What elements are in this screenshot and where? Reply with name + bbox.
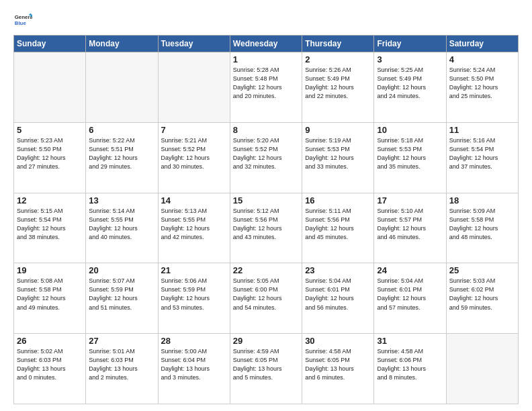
weekday-header-saturday: Saturday	[446, 36, 518, 52]
calendar-week-2: 5Sunrise: 5:23 AMSunset: 5:50 PMDaylight…	[14, 122, 519, 193]
day-info: Sunrise: 5:22 AMSunset: 5:51 PMDaylight:…	[89, 136, 154, 171]
day-info: Sunrise: 5:01 AMSunset: 6:03 PMDaylight:…	[89, 347, 154, 382]
calendar-cell: 30Sunrise: 4:58 AMSunset: 6:05 PMDayligh…	[302, 334, 374, 404]
day-number: 6	[89, 125, 154, 135]
day-info: Sunrise: 5:05 AMSunset: 6:00 PMDaylight:…	[233, 277, 299, 312]
weekday-header-friday: Friday	[374, 36, 446, 52]
calendar-cell: 17Sunrise: 5:10 AMSunset: 5:57 PMDayligh…	[374, 193, 446, 263]
calendar-cell: 6Sunrise: 5:22 AMSunset: 5:51 PMDaylight…	[86, 122, 158, 193]
calendar-cell: 13Sunrise: 5:14 AMSunset: 5:55 PMDayligh…	[86, 193, 158, 263]
calendar-cell: 2Sunrise: 5:26 AMSunset: 5:49 PMDaylight…	[302, 52, 374, 123]
calendar-cell	[446, 334, 518, 404]
calendar-cell: 10Sunrise: 5:18 AMSunset: 5:53 PMDayligh…	[374, 122, 446, 193]
calendar-table: SundayMondayTuesdayWednesdayThursdayFrid…	[13, 35, 519, 404]
day-info: Sunrise: 5:07 AMSunset: 5:59 PMDaylight:…	[89, 277, 154, 312]
calendar-cell: 7Sunrise: 5:21 AMSunset: 5:52 PMDaylight…	[158, 122, 230, 193]
day-number: 29	[233, 336, 299, 346]
day-number: 10	[377, 125, 443, 135]
day-info: Sunrise: 5:25 AMSunset: 5:49 PMDaylight:…	[377, 66, 443, 101]
calendar-cell: 19Sunrise: 5:08 AMSunset: 5:58 PMDayligh…	[14, 263, 86, 334]
calendar-cell: 21Sunrise: 5:06 AMSunset: 5:59 PMDayligh…	[158, 263, 230, 334]
calendar-cell	[158, 52, 230, 123]
day-number: 27	[89, 336, 154, 346]
logo: General Blue	[13, 11, 35, 30]
calendar-cell: 31Sunrise: 4:58 AMSunset: 6:06 PMDayligh…	[374, 334, 446, 404]
day-info: Sunrise: 4:58 AMSunset: 6:05 PMDaylight:…	[305, 347, 371, 382]
day-info: Sunrise: 5:04 AMSunset: 6:01 PMDaylight:…	[377, 277, 443, 312]
weekday-header-thursday: Thursday	[302, 36, 374, 52]
calendar-cell: 8Sunrise: 5:20 AMSunset: 5:52 PMDaylight…	[230, 122, 302, 193]
calendar-cell	[86, 52, 158, 123]
day-info: Sunrise: 5:10 AMSunset: 5:57 PMDaylight:…	[377, 207, 443, 242]
day-info: Sunrise: 5:16 AMSunset: 5:54 PMDaylight:…	[449, 136, 515, 171]
calendar-cell: 9Sunrise: 5:19 AMSunset: 5:53 PMDaylight…	[302, 122, 374, 193]
day-info: Sunrise: 5:04 AMSunset: 6:01 PMDaylight:…	[305, 277, 371, 312]
calendar-cell: 29Sunrise: 4:59 AMSunset: 6:05 PMDayligh…	[230, 334, 302, 404]
day-number: 24	[377, 265, 443, 275]
calendar-cell: 25Sunrise: 5:03 AMSunset: 6:02 PMDayligh…	[446, 263, 518, 334]
calendar-week-1: 1Sunrise: 5:28 AMSunset: 5:48 PMDaylight…	[14, 52, 519, 123]
day-number: 22	[233, 265, 299, 275]
day-number: 3	[377, 54, 443, 64]
day-info: Sunrise: 5:23 AMSunset: 5:50 PMDaylight:…	[17, 136, 83, 171]
calendar-cell: 20Sunrise: 5:07 AMSunset: 5:59 PMDayligh…	[86, 263, 158, 334]
weekday-header-monday: Monday	[86, 36, 158, 52]
day-number: 31	[377, 336, 443, 346]
calendar-cell: 4Sunrise: 5:24 AMSunset: 5:50 PMDaylight…	[446, 52, 518, 123]
day-info: Sunrise: 4:59 AMSunset: 6:05 PMDaylight:…	[233, 347, 299, 382]
day-number: 18	[449, 195, 515, 205]
day-number: 1	[233, 54, 299, 64]
day-number: 14	[161, 195, 227, 205]
calendar-cell: 23Sunrise: 5:04 AMSunset: 6:01 PMDayligh…	[302, 263, 374, 334]
day-info: Sunrise: 5:28 AMSunset: 5:48 PMDaylight:…	[233, 66, 299, 101]
calendar-cell: 11Sunrise: 5:16 AMSunset: 5:54 PMDayligh…	[446, 122, 518, 193]
day-info: Sunrise: 5:15 AMSunset: 5:54 PMDaylight:…	[17, 207, 83, 242]
day-number: 9	[305, 125, 371, 135]
calendar-cell: 1Sunrise: 5:28 AMSunset: 5:48 PMDaylight…	[230, 52, 302, 123]
day-number: 11	[449, 125, 515, 135]
weekday-header-row: SundayMondayTuesdayWednesdayThursdayFrid…	[14, 36, 519, 52]
page: General Blue SundayMondayTuesdayWednesda…	[0, 0, 532, 411]
day-info: Sunrise: 5:19 AMSunset: 5:53 PMDaylight:…	[305, 136, 371, 171]
calendar-cell: 5Sunrise: 5:23 AMSunset: 5:50 PMDaylight…	[14, 122, 86, 193]
day-number: 28	[161, 336, 227, 346]
day-number: 7	[161, 125, 227, 135]
day-info: Sunrise: 5:06 AMSunset: 5:59 PMDaylight:…	[161, 277, 227, 312]
calendar-week-5: 26Sunrise: 5:02 AMSunset: 6:03 PMDayligh…	[14, 334, 519, 404]
day-number: 21	[161, 265, 227, 275]
day-number: 25	[449, 265, 515, 275]
day-info: Sunrise: 5:20 AMSunset: 5:52 PMDaylight:…	[233, 136, 299, 171]
day-number: 19	[17, 265, 83, 275]
day-info: Sunrise: 4:58 AMSunset: 6:06 PMDaylight:…	[377, 347, 443, 382]
calendar-cell: 22Sunrise: 5:05 AMSunset: 6:00 PMDayligh…	[230, 263, 302, 334]
day-number: 4	[449, 54, 515, 64]
day-number: 26	[17, 336, 83, 346]
calendar-cell: 24Sunrise: 5:04 AMSunset: 6:01 PMDayligh…	[374, 263, 446, 334]
day-number: 17	[377, 195, 443, 205]
calendar-cell	[14, 52, 86, 123]
calendar-cell: 26Sunrise: 5:02 AMSunset: 6:03 PMDayligh…	[14, 334, 86, 404]
day-number: 12	[17, 195, 83, 205]
day-number: 16	[305, 195, 371, 205]
day-info: Sunrise: 5:09 AMSunset: 5:58 PMDaylight:…	[449, 207, 515, 242]
day-info: Sunrise: 5:26 AMSunset: 5:49 PMDaylight:…	[305, 66, 371, 101]
calendar-week-4: 19Sunrise: 5:08 AMSunset: 5:58 PMDayligh…	[14, 263, 519, 334]
day-number: 30	[305, 336, 371, 346]
day-info: Sunrise: 5:12 AMSunset: 5:56 PMDaylight:…	[233, 207, 299, 242]
day-number: 15	[233, 195, 299, 205]
header: General Blue	[13, 11, 519, 30]
day-number: 13	[89, 195, 154, 205]
calendar-cell: 12Sunrise: 5:15 AMSunset: 5:54 PMDayligh…	[14, 193, 86, 263]
day-info: Sunrise: 5:00 AMSunset: 6:04 PMDaylight:…	[161, 347, 227, 382]
calendar-cell: 28Sunrise: 5:00 AMSunset: 6:04 PMDayligh…	[158, 334, 230, 404]
weekday-header-sunday: Sunday	[14, 36, 86, 52]
day-info: Sunrise: 5:03 AMSunset: 6:02 PMDaylight:…	[449, 277, 515, 312]
day-info: Sunrise: 5:18 AMSunset: 5:53 PMDaylight:…	[377, 136, 443, 171]
day-number: 2	[305, 54, 371, 64]
svg-text:Blue: Blue	[15, 20, 27, 26]
calendar-cell: 3Sunrise: 5:25 AMSunset: 5:49 PMDaylight…	[374, 52, 446, 123]
day-info: Sunrise: 5:08 AMSunset: 5:58 PMDaylight:…	[17, 277, 83, 312]
day-number: 23	[305, 265, 371, 275]
day-info: Sunrise: 5:14 AMSunset: 5:55 PMDaylight:…	[89, 207, 154, 242]
calendar-cell: 14Sunrise: 5:13 AMSunset: 5:55 PMDayligh…	[158, 193, 230, 263]
